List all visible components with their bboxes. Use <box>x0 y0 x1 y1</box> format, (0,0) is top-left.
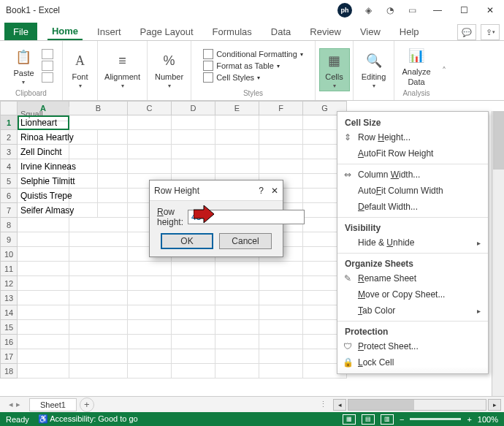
grid-cell[interactable] <box>259 364 303 379</box>
grid-cell[interactable] <box>172 349 215 364</box>
cell-a7[interactable]: Seifer Almasy <box>18 203 98 218</box>
grid-cell[interactable] <box>128 305 172 320</box>
user-icon[interactable]: ◔ <box>384 4 396 16</box>
col-header-d[interactable]: D <box>172 101 215 115</box>
row-header-8[interactable]: 8 <box>0 218 18 232</box>
tab-formulas[interactable]: Formulas <box>208 23 256 40</box>
grid-cell[interactable] <box>259 262 303 276</box>
grid-cell[interactable] <box>18 349 69 364</box>
grid-cell[interactable] <box>215 364 259 379</box>
comments-button[interactable]: 💬 <box>457 24 476 40</box>
menu-autofit-row[interactable]: AutoFit Row Height <box>337 145 488 161</box>
hscroll-track[interactable] <box>348 399 486 411</box>
view-page-layout-button[interactable]: ▤ <box>362 414 375 425</box>
grid-cell[interactable] <box>172 145 215 159</box>
row-header-5[interactable]: 5 <box>0 174 18 189</box>
close-button[interactable]: ✕ <box>479 3 501 18</box>
grid-cell[interactable] <box>172 262 215 276</box>
view-normal-button[interactable]: ▦ <box>343 414 356 425</box>
dialog-help-button[interactable]: ? <box>259 186 264 196</box>
grid-cell[interactable] <box>259 159 303 174</box>
cut-icon[interactable] <box>42 49 53 59</box>
cells-dropdown-button[interactable]: ▦Cells▾ <box>319 48 350 91</box>
cell-styles-button[interactable]: Cell Styles ▾ <box>203 72 260 83</box>
grid-cell[interactable] <box>69 335 128 349</box>
tab-page-layout[interactable]: Page Layout <box>136 23 198 40</box>
vscroll-track[interactable] <box>492 111 504 396</box>
row-header-9[interactable]: 9 <box>0 232 18 247</box>
cancel-button[interactable]: Cancel <box>219 233 272 249</box>
paste-button[interactable]: 📋 Paste ▾ <box>9 45 38 87</box>
row-header-12[interactable]: 12 <box>0 276 18 291</box>
dialog-close-button[interactable]: ✕ <box>271 186 278 196</box>
grid-cell[interactable] <box>215 145 259 159</box>
tab-help[interactable]: Help <box>395 23 424 40</box>
row-header-14[interactable]: 14 <box>0 305 18 320</box>
file-tab[interactable]: File <box>4 23 37 40</box>
grid-cell[interactable] <box>69 364 128 379</box>
row-header-18[interactable]: 18 <box>0 364 18 379</box>
ribbon-options-icon[interactable]: ▭ <box>406 4 418 16</box>
cell-a5[interactable]: Selphie Tilmitt <box>18 174 98 189</box>
grid-cell[interactable] <box>128 276 172 291</box>
grid-cell[interactable] <box>259 145 303 159</box>
minimize-button[interactable]: — <box>427 3 448 18</box>
grid-cell[interactable] <box>128 262 172 276</box>
menu-move-copy[interactable]: Move or Copy Sheet... <box>337 286 488 303</box>
menu-column-width[interactable]: ⇔Column Width... <box>337 167 488 183</box>
cell-a4[interactable]: Irvine Kinneas <box>18 159 98 174</box>
grid-cell[interactable] <box>69 305 128 320</box>
grid-cell[interactable] <box>18 218 69 232</box>
menu-hide-unhide[interactable]: Hide & Unhide▸ <box>337 235 488 251</box>
zoom-level[interactable]: 100% <box>478 415 498 424</box>
grid-cell[interactable] <box>69 262 128 276</box>
grid-cell[interactable] <box>18 305 69 320</box>
grid-cell[interactable] <box>215 115 259 130</box>
grid-cell[interactable] <box>18 320 69 335</box>
grid-cell[interactable] <box>128 349 172 364</box>
copy-icon[interactable] <box>42 61 53 71</box>
grid-cell[interactable] <box>259 115 303 130</box>
grid-cell[interactable] <box>128 130 172 145</box>
grid-cell[interactable] <box>215 262 259 276</box>
grid-cell[interactable] <box>69 349 128 364</box>
menu-row-height[interactable]: ⇕Row Height... <box>337 129 488 145</box>
format-painter-icon[interactable] <box>42 72 53 83</box>
grid-cell[interactable] <box>259 305 303 320</box>
tab-insert[interactable]: Insert <box>93 23 126 40</box>
grid-cell[interactable] <box>69 115 128 130</box>
grid-cell[interactable] <box>128 115 172 130</box>
number-button[interactable]: %Number▾ <box>150 49 188 91</box>
grid-cell[interactable] <box>215 320 259 335</box>
grid-cell[interactable] <box>128 335 172 349</box>
grid-cell[interactable] <box>69 320 128 335</box>
grid-cell[interactable] <box>69 232 128 247</box>
grid-cell[interactable] <box>172 335 215 349</box>
conditional-formatting-button[interactable]: Conditional Formatting ▾ <box>203 49 303 59</box>
tab-review[interactable]: Review <box>305 23 345 40</box>
tab-data[interactable]: Data <box>267 23 295 40</box>
grid-cell[interactable] <box>69 276 128 291</box>
grid-cell[interactable] <box>18 335 69 349</box>
menu-rename-sheet[interactable]: ✎Rename Sheet <box>337 270 488 286</box>
grid-cell[interactable] <box>128 320 172 335</box>
editing-button[interactable]: 🔍Editing▾ <box>357 49 391 91</box>
cell-a6[interactable]: Quistis Trepe <box>18 189 98 203</box>
grid-cell[interactable] <box>215 130 259 145</box>
sheet-nav-prev[interactable]: ◂ <box>9 400 13 409</box>
grid-cell[interactable] <box>69 291 128 305</box>
sheet-split-handle[interactable]: ⋮ <box>319 400 327 409</box>
col-header-e[interactable]: E <box>215 101 259 115</box>
alignment-button[interactable]: ≡Alignment▾ <box>100 49 145 91</box>
grid-cell[interactable] <box>172 364 215 379</box>
grid-cell[interactable] <box>18 364 69 379</box>
select-all-corner[interactable] <box>0 101 18 115</box>
row-header-6[interactable]: 6 <box>0 189 18 203</box>
row-header-2[interactable]: 2 <box>0 130 18 145</box>
grid-cell[interactable] <box>18 276 69 291</box>
col-header-c[interactable]: C <box>128 101 172 115</box>
grid-cell[interactable] <box>128 145 172 159</box>
row-header-17[interactable]: 17 <box>0 349 18 364</box>
grid-cell[interactable] <box>172 320 215 335</box>
row-header-4[interactable]: 4 <box>0 159 18 174</box>
